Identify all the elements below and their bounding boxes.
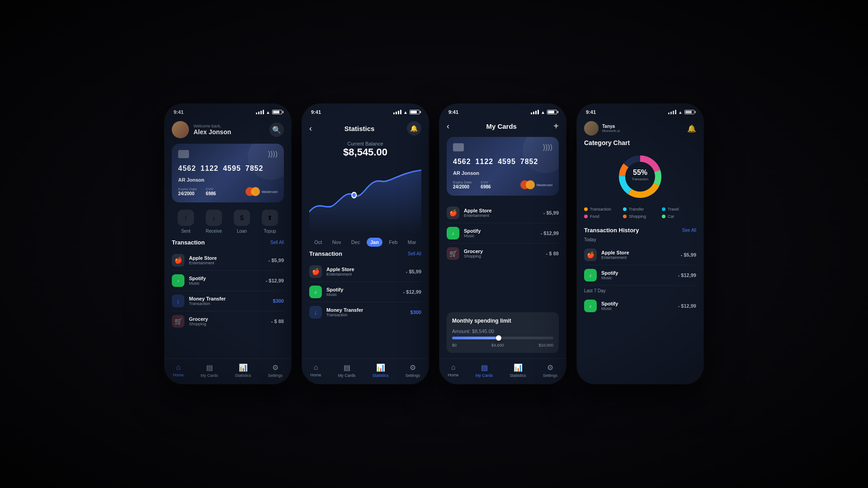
- month-tabs: Oct Nov Dec Jan Feb Mar: [302, 234, 429, 250]
- nav-stats-label: Statistics: [235, 373, 251, 378]
- receive-button[interactable]: ↓ Receive: [206, 210, 222, 234]
- legend-dot-travel: [662, 207, 665, 211]
- status-bar-4: 9:41 ▲: [577, 104, 703, 117]
- notification-button[interactable]: 🔔: [407, 121, 421, 136]
- apple-icon: 🍎: [172, 254, 184, 267]
- month-jan[interactable]: Jan: [367, 238, 382, 247]
- cards-tx-grocery: 🛒 Grocery Shopping - $ 88: [447, 244, 559, 263]
- search-button[interactable]: 🔍: [269, 122, 284, 137]
- nav2-cards[interactable]: ▤ My Cards: [338, 363, 356, 378]
- transfer-icon-2: ↓: [309, 306, 322, 319]
- mastercard-logo-3: Mastercard: [520, 180, 552, 189]
- topup-label: Topup: [264, 229, 276, 234]
- see-all-button[interactable]: See All: [682, 228, 696, 233]
- search-icon: 🔍: [272, 126, 281, 134]
- sent-button[interactable]: ↑ Sent: [178, 210, 194, 234]
- user-name: Alex Jonson: [193, 128, 231, 136]
- category-section: Category Chart 55% Transaction: [577, 137, 703, 227]
- svg-point-0: [352, 192, 356, 198]
- month-mar[interactable]: Mar: [404, 238, 420, 247]
- month-dec[interactable]: Dec: [348, 238, 364, 247]
- balance-amount: $8,545.00: [309, 146, 421, 158]
- hist-tx-spotify: ♪ Spotify Music - $12,99: [584, 265, 696, 286]
- stats-tx-spotify: ♪ Spotify Music - $12,99: [309, 282, 421, 302]
- month-feb[interactable]: Feb: [385, 238, 401, 247]
- notification-icon-4[interactable]: 🔔: [687, 124, 696, 133]
- legend-dot-transfer: [623, 207, 627, 211]
- back-button[interactable]: ‹: [309, 124, 312, 133]
- transfer-icon: ↓: [172, 295, 184, 307]
- card-num-3: 4595: [223, 164, 241, 173]
- legend-dot-car: [662, 215, 665, 218]
- wifi-icon-2: ▲: [403, 110, 408, 115]
- stats-tx-title: Transaction: [309, 250, 342, 257]
- spotify-icon-4: ♪: [584, 269, 597, 282]
- loan-button[interactable]: $ Loan: [234, 210, 250, 234]
- nav2-home[interactable]: ⌂ Home: [311, 363, 321, 378]
- tx-item-apple: 🍎 Apple Store Entertainment - $5,99: [172, 250, 284, 271]
- status-bar-1: 9:41 ▲: [165, 104, 291, 117]
- transaction-title: Transaction: [172, 239, 205, 246]
- nav3-cards[interactable]: ▤ My Cards: [476, 363, 493, 378]
- legend-transaction: Transaction: [584, 207, 618, 211]
- sell-all-button[interactable]: Sell All: [270, 240, 284, 245]
- time-2: 9:41: [311, 109, 321, 115]
- home-nav-icon-3: ⌂: [451, 363, 456, 371]
- nav2-settings[interactable]: ⚙ Settings: [406, 363, 420, 378]
- nav3-stats[interactable]: 📊 Statistics: [510, 363, 526, 378]
- nav-settings[interactable]: ⚙ Settings: [268, 363, 283, 378]
- nav2-stats[interactable]: 📊 Statistics: [373, 363, 389, 378]
- tx-info-grocery: Grocery Shopping: [189, 316, 267, 326]
- status-icons-4: ▲: [668, 110, 694, 115]
- card-top: )))): [178, 150, 278, 158]
- legend-travel: Travel: [662, 207, 696, 211]
- stats-tx-header: Transaction Sell All: [302, 250, 429, 262]
- status-icons-1: ▲: [256, 110, 282, 115]
- wifi-icon-3: ▲: [541, 110, 545, 115]
- battery-icon-2: [410, 110, 420, 114]
- cvv-field: CVV 6986: [206, 187, 216, 196]
- apple-icon-3: 🍎: [447, 206, 459, 219]
- phone-category: 9:41 ▲ Tanya Murwork.ui 🔔: [577, 104, 703, 384]
- transaction-header: Transaction Sell All: [165, 239, 291, 250]
- stats-header: ‹ Statistics 🔔: [302, 117, 429, 141]
- month-oct[interactable]: Oct: [311, 238, 326, 247]
- phone3-content: ‹ My Cards + )))) 4562 1122 4595 7852: [439, 117, 566, 358]
- grocery-icon: 🛒: [172, 315, 184, 328]
- nav-cards[interactable]: ▤ My Cards: [201, 363, 218, 378]
- sent-label: Sent: [181, 229, 191, 234]
- chip-icon: [178, 150, 189, 158]
- month-nov[interactable]: Nov: [329, 238, 345, 247]
- signal-icon-2: [393, 110, 401, 114]
- legend-dot-shopping: [623, 215, 627, 218]
- home-nav-icon-2: ⌂: [314, 363, 318, 371]
- grocery-icon-3: 🛒: [447, 247, 459, 260]
- legend-label-food: Food: [590, 214, 599, 219]
- back-button-3[interactable]: ‹: [447, 122, 449, 131]
- header-name: Tanya: [602, 124, 620, 129]
- tx-item-transfer: ↓ Money Transfer Transaction $300: [172, 291, 284, 311]
- card-section: )))) 4562 1122 4595 7852 AR Jonson Expir…: [172, 144, 284, 202]
- receive-icon: ↓: [206, 210, 222, 226]
- bottom-nav-3: ⌂ Home ▤ My Cards 📊 Statistics ⚙ Setting…: [439, 358, 566, 384]
- tx-name: Apple Store: [189, 255, 264, 261]
- hist-tx-apple: 🍎 Apple Store Entertainment - $5,99: [584, 245, 696, 265]
- header-user: Tanya Murwork.ui: [584, 121, 620, 136]
- bottom-nav-1: ⌂ Home ▤ My Cards 📊 Statistics ⚙ Setting…: [165, 358, 291, 384]
- add-card-button[interactable]: +: [553, 121, 559, 131]
- nav-home[interactable]: ⌂ Home: [173, 363, 184, 378]
- nav-cards-label: My Cards: [201, 373, 218, 378]
- spending-limit: Monthly spending limit Amount: $8,545.00…: [447, 312, 559, 353]
- stats-sell-all[interactable]: Sell All: [408, 251, 421, 256]
- signal-icon-4: [668, 110, 676, 114]
- phone4-content: Tanya Murwork.ui 🔔 Category Chart: [577, 117, 703, 384]
- nav-home-label: Home: [173, 373, 184, 377]
- nav3-settings[interactable]: ⚙ Settings: [543, 363, 558, 378]
- time-1: 9:41: [174, 109, 184, 115]
- nav3-home[interactable]: ⌂ Home: [448, 363, 459, 378]
- nav-stats[interactable]: 📊 Statistics: [235, 363, 251, 378]
- stats-tx-apple: 🍎 Apple Store Entertainment - $5,99: [309, 262, 421, 282]
- tx-info-spotify: Spotify Music: [189, 276, 261, 286]
- topup-button[interactable]: ⬆ Topup: [262, 210, 278, 234]
- phone1-content: Welcome back, Alex Jonson 🔍 )))) 4562: [165, 117, 291, 358]
